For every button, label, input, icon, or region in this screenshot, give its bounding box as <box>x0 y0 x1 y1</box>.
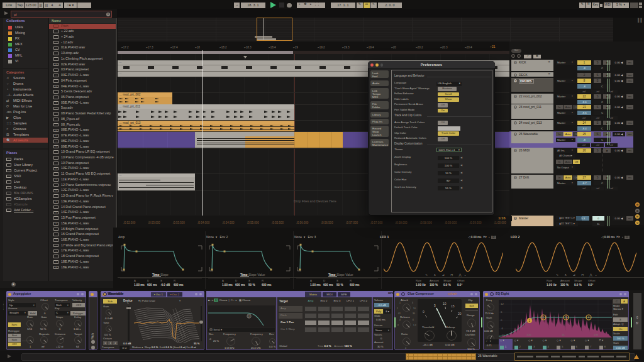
svg-text:-12: -12 <box>501 334 505 337</box>
svg-text:5: 5 <box>434 304 436 307</box>
svg-text:12: 12 <box>501 302 504 305</box>
svg-text:15: 15 <box>451 304 455 308</box>
svg-text:0: 0 <box>423 310 425 314</box>
svg-text:1k: 1k <box>562 333 565 336</box>
svg-text:10: 10 <box>443 302 447 305</box>
svg-text:20: 20 <box>458 312 462 315</box>
svg-text:100: 100 <box>526 333 531 336</box>
svg-text:-6: -6 <box>501 327 503 330</box>
svg-text:10k: 10k <box>594 333 599 336</box>
